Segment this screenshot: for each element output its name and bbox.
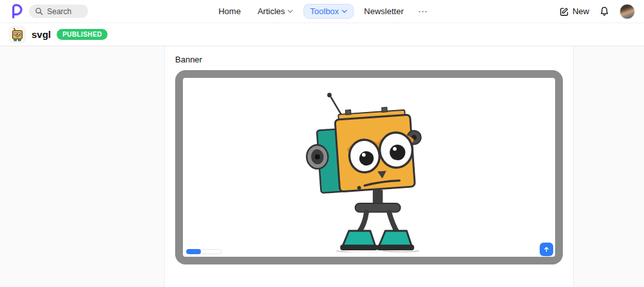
peerlist-logo-icon: [9, 3, 23, 19]
nav-item-articles-label: Articles: [258, 6, 285, 16]
search-icon: [35, 7, 43, 15]
robot-illustration: [275, 83, 463, 252]
progress-slider-fill: [186, 249, 201, 254]
right-gutter: [574, 46, 644, 287]
new-post-label: New: [573, 6, 589, 16]
nav-item-home[interactable]: Home: [212, 4, 247, 19]
top-navbar: Search Home Articles Toolbox Newsletter …: [0, 0, 644, 23]
chevron-down-icon: [341, 10, 347, 14]
nav-item-newsletter[interactable]: Newsletter: [357, 4, 410, 19]
navbar-left: Search: [9, 3, 88, 19]
banner-section-label: Banner: [175, 55, 563, 64]
project-robot-thumbnail: [10, 27, 25, 42]
progress-slider[interactable]: [186, 249, 222, 254]
published-badge: PUBLISHED: [57, 29, 108, 40]
search-placeholder: Search: [47, 7, 71, 16]
left-gutter: [0, 46, 164, 287]
navbar-right: New: [559, 4, 635, 19]
notifications-button[interactable]: [599, 6, 610, 17]
search-input[interactable]: Search: [29, 5, 88, 18]
main-area: Banner: [0, 46, 644, 287]
project-title: svgl: [32, 29, 51, 40]
bell-icon: [599, 6, 610, 17]
nav-more-button[interactable]: ⋯: [414, 3, 432, 20]
nav-item-articles[interactable]: Articles: [251, 4, 300, 19]
chevron-down-icon: [288, 10, 294, 14]
project-header: svgl PUBLISHED: [0, 23, 644, 46]
nav-item-toolbox-label: Toolbox: [310, 6, 339, 16]
peerlist-logo[interactable]: [9, 3, 23, 19]
upload-button[interactable]: [540, 243, 553, 256]
new-post-button[interactable]: New: [559, 6, 589, 17]
project-avatar[interactable]: [9, 26, 26, 43]
compose-icon: [559, 6, 569, 17]
user-avatar[interactable]: [620, 4, 635, 19]
upload-icon: [542, 245, 551, 254]
banner-frame: [175, 70, 563, 264]
primary-nav: Home Articles Toolbox Newsletter ⋯: [212, 0, 432, 23]
banner-canvas: [183, 78, 555, 257]
project-panel: Banner: [164, 46, 574, 287]
nav-item-toolbox[interactable]: Toolbox: [304, 4, 354, 19]
